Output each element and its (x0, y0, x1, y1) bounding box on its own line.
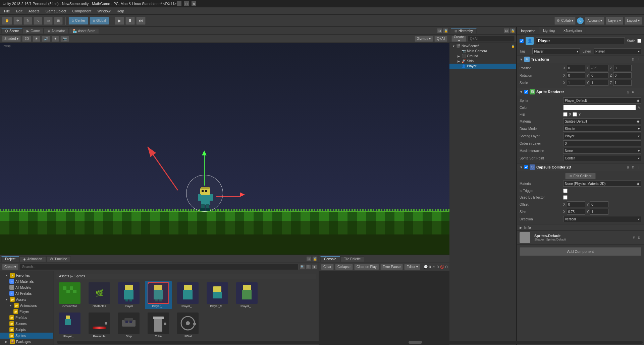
layers-button[interactable]: Layers ▾ (606, 17, 623, 25)
scale-tool[interactable]: ⤡ (34, 17, 42, 25)
filter-btn[interactable]: ☰ (306, 265, 311, 269)
tab-animator[interactable]: ◈ Animator (44, 28, 69, 33)
editor-dropdown[interactable]: Editor ▾ (404, 264, 420, 270)
collab-icon-btn[interactable]: C (577, 17, 584, 24)
all-models-item[interactable]: □ All Models (0, 284, 53, 290)
asset-groundtile[interactable]: GroundTile (56, 281, 83, 309)
breadcrumb-assets[interactable]: Assets (59, 274, 69, 278)
tab-game[interactable]: ▶ Game (23, 28, 43, 33)
hierarchy-lock-btn[interactable]: 🔒 (510, 28, 515, 33)
sprite-dropdown[interactable]: Player_Default ◉ (563, 97, 641, 104)
scale-y-input[interactable]: 1 (590, 80, 608, 86)
offset-x-input[interactable]: 0 (567, 201, 585, 207)
asset-uidial[interactable]: UIDial (174, 311, 201, 339)
collider-copy-btn[interactable]: ⎘ (626, 165, 630, 169)
asset-player3[interactable]: Player_... (233, 281, 260, 309)
collab-button[interactable]: ⚙ Collab ▾ (554, 17, 576, 25)
hierarchy-collapse-btn[interactable]: ⊟ (504, 28, 509, 33)
tab-asset-store[interactable]: 🏪 Asset Store (69, 28, 99, 33)
transform-gear-btn[interactable]: ⚙ (631, 58, 635, 61)
menu-help[interactable]: Help (114, 8, 127, 14)
tab-lighting[interactable]: Lighting (539, 27, 559, 34)
player-item[interactable]: 📁 Player (0, 308, 53, 315)
transform-menu-btn[interactable]: ⋮ (637, 58, 641, 61)
menu-component[interactable]: Component (69, 8, 94, 14)
asset-player-default[interactable]: Player_... (145, 281, 172, 309)
tab-timeline[interactable]: ⏱ Timeline (46, 256, 71, 262)
static-checkbox[interactable] (637, 39, 641, 43)
asset-player[interactable]: Player (115, 281, 142, 309)
asset-projectile[interactable]: Projectile (86, 311, 113, 339)
collider-checkbox[interactable] (524, 165, 528, 169)
used-by-effector-checkbox[interactable] (563, 195, 568, 200)
asset-player2[interactable]: Player_... (174, 281, 201, 309)
rot-y-input[interactable]: 0 (590, 72, 608, 78)
tab-scene[interactable]: ⬡ Scene (1, 28, 22, 33)
tab-inspector[interactable]: Inspector (517, 27, 539, 34)
scale-z-input[interactable]: 1 (613, 80, 632, 86)
search-dropdown[interactable]: Q+All (434, 36, 447, 42)
flip-y-checkbox[interactable] (573, 112, 577, 117)
space-button[interactable]: ⊕ Global (90, 17, 109, 25)
hier-create-button[interactable]: Create ▾ (451, 36, 466, 42)
material-dropdown[interactable]: Sprites-Default ◉ (563, 118, 641, 124)
clear-button[interactable]: Clear (321, 264, 334, 270)
gizmos-dropdown[interactable]: Gizmos ▾ (415, 36, 433, 42)
asset-ship[interactable]: Ship (115, 311, 142, 339)
scripts-item[interactable]: 📁 Scripts (0, 327, 53, 333)
collider-menu-btn[interactable]: ⋮ (637, 165, 641, 169)
object-name-input[interactable]: Player (536, 38, 625, 44)
pause-button[interactable]: ⏸ (125, 17, 135, 25)
color-picker[interactable] (563, 105, 636, 110)
search-input[interactable] (20, 264, 299, 270)
layout-button[interactable]: Layout ▾ (625, 17, 642, 25)
flip-x-checkbox[interactable] (563, 112, 568, 117)
shading-dropdown[interactable]: Shaded ▾ (2, 36, 21, 42)
tab-tile-palette[interactable]: Tile Palette (340, 256, 365, 262)
tag-dropdown[interactable]: Player ▾ (532, 48, 580, 54)
capsule-collider-header[interactable]: ▼ ⬡ Capsule Collider 2D ⎘ ⚙ ⋮ (517, 163, 644, 171)
tab-console[interactable]: Console (320, 256, 340, 262)
move-tool[interactable]: ✛ (13, 17, 22, 25)
is-trigger-checkbox[interactable] (563, 189, 568, 193)
sprites-item[interactable]: 📁 Sprites (0, 333, 53, 339)
all-materials-item[interactable]: M All Materials (0, 278, 53, 284)
tab-project[interactable]: Project (1, 256, 19, 262)
create-button[interactable]: Create ▾ (2, 264, 18, 270)
object-active-checkbox[interactable] (520, 39, 524, 43)
draw-mode-dropdown[interactable]: Simple ▾ (563, 126, 641, 132)
rect-tool[interactable]: ▭ (44, 17, 53, 25)
hier-ship[interactable]: ▶ 🚀 Ship (449, 59, 516, 64)
asset-obstacles[interactable]: 🌿 Obstacles (86, 281, 113, 309)
2d-button[interactable]: 2D (22, 36, 31, 42)
collider-gear-btn[interactable]: ⚙ (631, 165, 635, 169)
scene-collapse-btn[interactable]: ⊟ (437, 28, 442, 33)
scene-lock-btn[interactable]: 🔒 (443, 28, 448, 33)
pos-y-input[interactable]: -3.5 (590, 65, 608, 71)
scene-viewport[interactable]: Persp (0, 43, 449, 255)
fx-button[interactable]: ✦ (52, 36, 59, 42)
assets-folder[interactable]: ▼ 📁 Assets (0, 296, 53, 302)
all-prefabs-item[interactable]: P All Prefabs (0, 290, 53, 296)
size-x-input[interactable]: 0.75 (567, 209, 585, 215)
transform-tool[interactable]: ⊞ (54, 17, 63, 25)
mask-interaction-dropdown[interactable]: None ▾ (563, 148, 641, 154)
rot-x-input[interactable]: 0 (567, 72, 585, 78)
sprite-sort-dropdown[interactable]: Center ▾ (563, 155, 641, 161)
transform-header[interactable]: ▼ ⊕ Transform ⚙ ⋮ (517, 56, 644, 63)
pivot-button[interactable]: ⊙ Center (68, 17, 88, 25)
pos-z-input[interactable]: 0 (613, 65, 632, 71)
step-button[interactable]: ⏭ (136, 17, 146, 25)
color-edit-btn[interactable]: ✎ (637, 106, 641, 110)
close-button[interactable]: ✕ (192, 1, 196, 6)
account-button[interactable]: Account ▾ (585, 17, 604, 25)
search-btn[interactable]: 🔍 (300, 265, 305, 269)
tab-hierarchy[interactable]: ⊞ Hierarchy (451, 28, 477, 33)
edit-collider-button[interactable]: ✏ Edit Collider (565, 173, 596, 179)
animations-item[interactable]: ▼ 📁 Animations (0, 302, 53, 308)
material-copy-btn[interactable]: ⎘ (632, 236, 636, 239)
project-collapse-btn[interactable]: ⊟ (307, 257, 311, 261)
layer-dropdown[interactable]: Player ▾ (594, 48, 641, 54)
sprite-renderer-checkbox[interactable] (524, 90, 528, 94)
breadcrumb-sprites[interactable]: Sprites (74, 274, 85, 278)
